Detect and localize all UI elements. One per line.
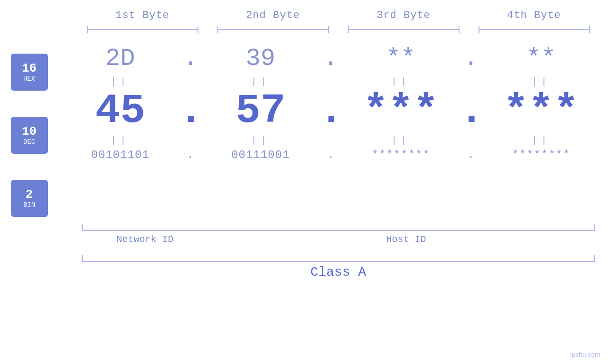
byte-3-header: 3rd Byte: [338, 9, 469, 21]
eq1-cell-2: ||: [202, 76, 319, 87]
network-bottom-bracket: [77, 222, 213, 231]
hex-badge: 16 HEX: [11, 54, 48, 91]
host-bracket-right: [594, 224, 595, 231]
eq1-cell-4: ||: [483, 76, 600, 87]
bin-val-1: 00101101: [91, 149, 150, 161]
eq1-cell-3: ||: [343, 76, 460, 87]
bin-row: 00101101 . 00111001 . ******** . *******…: [62, 149, 600, 161]
dec-val-1: 45: [95, 87, 145, 134]
eq2-cell-4: ||: [483, 135, 600, 146]
dec-val-4: ***: [504, 87, 579, 134]
bin-cell-1: 00101101: [62, 149, 179, 161]
dec-name: DEC: [23, 138, 35, 146]
eq2-cell-3: ||: [343, 135, 460, 146]
bin-number: 2: [26, 188, 33, 202]
eq1-cell-1: ||: [62, 76, 179, 87]
hex-val-2: 39: [246, 45, 275, 73]
id-labels: Network ID Host ID: [77, 234, 600, 245]
bottom-brackets: [77, 222, 600, 231]
hex-name: HEX: [23, 75, 35, 83]
class-bracket-right: [594, 255, 595, 262]
bin-val-2: 00111001: [231, 149, 290, 161]
byte-4-header: 4th Byte: [469, 9, 600, 21]
content-area: 16 HEX 10 DEC 2 BIN 2D . 39: [11, 44, 600, 217]
eq2-cell-2: ||: [202, 135, 319, 146]
byte-2-header: 2nd Byte: [208, 9, 338, 21]
network-id-label: Network ID: [77, 234, 213, 245]
bin-badge: 2 BIN: [11, 180, 48, 217]
byte-1-header: 1st Byte: [77, 9, 208, 21]
host-bottom-bracket: [213, 222, 600, 231]
dec-cell-3: ***: [343, 90, 460, 132]
hex-val-3: **: [386, 45, 415, 73]
bin-cell-2: 00111001: [202, 149, 319, 161]
top-bracket-row: [77, 25, 600, 35]
bin-cell-4: ********: [483, 149, 600, 161]
hex-number: 16: [22, 62, 37, 75]
dec-row: 45 . 57 . *** . ***: [62, 90, 600, 132]
hex-val-4: **: [526, 45, 556, 73]
bin-dot-3: .: [459, 149, 483, 161]
equals-row-2: || || || ||: [62, 132, 600, 149]
dec-dot-1: .: [178, 90, 202, 132]
rows-container: 2D . 39 . ** . ** || ||: [62, 44, 600, 161]
bin-dot-2: .: [319, 149, 343, 161]
hex-dot-2: .: [319, 44, 343, 74]
bracket-3: [338, 25, 469, 35]
dec-val-2: 57: [235, 87, 286, 134]
bin-cell-3: ********: [343, 149, 460, 161]
bracket-4: [469, 25, 600, 35]
hex-cell-1: 2D: [62, 44, 179, 74]
bin-dot-1: .: [178, 149, 202, 161]
hex-dot-3: .: [459, 44, 483, 74]
dec-dot-3: .: [459, 90, 483, 132]
bin-name: BIN: [23, 201, 35, 209]
bin-val-4: ********: [512, 149, 570, 161]
dec-dot-2: .: [319, 90, 343, 132]
dec-cell-4: ***: [483, 90, 600, 132]
eq2-cell-1: ||: [62, 135, 179, 146]
bin-val-3: ********: [372, 149, 430, 161]
dec-cell-1: 45: [62, 90, 179, 132]
main-container: 1st Byte 2nd Byte 3rd Byte 4th Byte 16 H…: [0, 0, 610, 364]
hex-val-1: 2D: [105, 45, 135, 73]
dec-number: 10: [22, 125, 37, 139]
bracket-2: [208, 25, 338, 35]
hex-row: 2D . 39 . ** . **: [62, 44, 600, 74]
hex-cell-3: **: [343, 44, 460, 74]
hex-cell-4: **: [483, 44, 600, 74]
bracket-1: [77, 25, 208, 35]
dec-cell-2: 57: [202, 90, 319, 132]
bottom-section: Network ID Host ID: [77, 222, 600, 245]
class-bracket-row: [77, 252, 600, 262]
byte-headers: 1st Byte 2nd Byte 3rd Byte 4th Byte: [77, 9, 600, 21]
host-id-label: Host ID: [213, 234, 600, 245]
class-label: Class A: [77, 265, 600, 280]
watermark: ipshu.com: [570, 351, 601, 358]
hex-dot-1: .: [178, 44, 202, 74]
hex-cell-2: 39: [202, 44, 319, 74]
dec-badge: 10 DEC: [11, 117, 48, 154]
dec-val-3: ***: [363, 87, 438, 134]
base-labels: 16 HEX 10 DEC 2 BIN: [11, 44, 48, 217]
